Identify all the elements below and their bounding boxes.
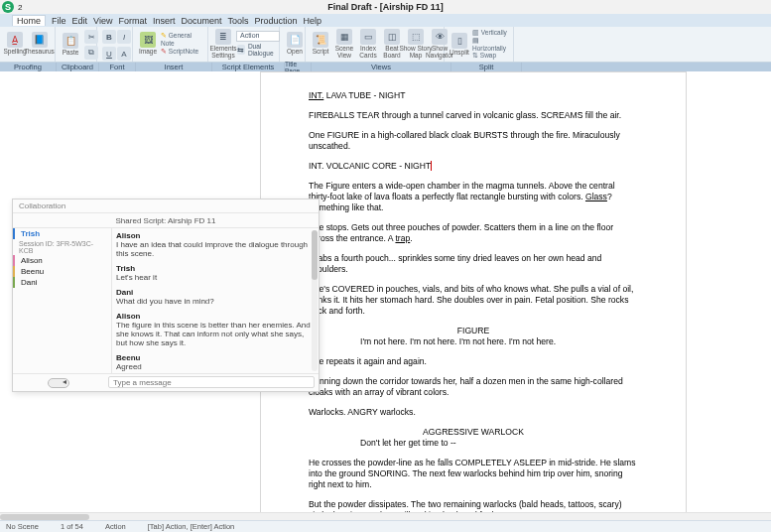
chat-message: BeenuAgreed xyxy=(116,353,311,371)
status-scene: No Scene xyxy=(6,522,39,531)
action-text[interactable]: She repeats it again and again. xyxy=(309,356,638,367)
collaboration-panel: Collaboration Shared Script: Airship FD … xyxy=(12,199,320,392)
action-text[interactable]: She stops. Gets out three pouches of pow… xyxy=(309,222,638,244)
menu-edit[interactable]: Edit xyxy=(72,16,88,26)
section-title-page: Title Page xyxy=(285,63,312,71)
titlepage-open-button[interactable]: 📄Open xyxy=(284,29,306,59)
character-name[interactable]: FIGURE xyxy=(309,326,638,336)
section-script-elements: Script Elements xyxy=(212,63,285,71)
menu-bar: Home File Edit View Format Insert Docume… xyxy=(0,14,771,27)
chat-message: AlisonI have an idea that could improve … xyxy=(116,231,311,258)
cut-button[interactable]: ✂ xyxy=(84,30,98,44)
titlebar: S 2 Final Draft - [Airship FD 11] xyxy=(0,0,771,14)
chat-message: AlisonThe figure in this scene is better… xyxy=(116,312,311,347)
italic-button[interactable]: I xyxy=(117,30,131,44)
story-map-button[interactable]: ⬚Show Story Map xyxy=(405,29,427,59)
script-view-button[interactable]: 📜Script xyxy=(310,29,331,59)
section-views: Views xyxy=(312,63,451,71)
status-pages: 1 of 54 xyxy=(61,522,83,531)
chat-toggle[interactable] xyxy=(13,374,104,391)
menu-document[interactable]: Document xyxy=(181,16,221,26)
chat-scrollbar[interactable] xyxy=(312,230,318,371)
character-name[interactable]: AGGRESSIVE WARLOCK xyxy=(309,427,638,438)
general-note-button[interactable]: ✎ General Note xyxy=(161,32,203,47)
menu-view[interactable]: View xyxy=(93,16,112,26)
spelling-button[interactable]: A̲Spelling xyxy=(4,29,26,59)
split-vertically-button[interactable]: ▥ Vertically xyxy=(472,29,509,37)
menu-production[interactable]: Production xyxy=(254,16,297,26)
menu-tools[interactable]: Tools xyxy=(227,16,248,26)
section-insert: Insert xyxy=(136,63,212,71)
dialogue[interactable]: I'm not here. I'm not here. I'm not here… xyxy=(360,336,586,347)
action-text[interactable]: Running down the corridor towards her, h… xyxy=(309,376,638,398)
bold-button[interactable]: B xyxy=(102,30,116,44)
collaboration-header: Collaboration xyxy=(13,200,319,213)
underline-button[interactable]: U xyxy=(102,47,116,61)
action-text[interactable]: She's COVERED in pouches, vials, and bit… xyxy=(309,284,638,317)
dialogue[interactable]: Don't let her get time to -- xyxy=(360,438,586,449)
scene-heading[interactable]: INT. VOLCANIC CORE - NIGHT xyxy=(309,161,638,172)
action-text[interactable]: Grabs a fourth pouch... sprinkles some t… xyxy=(309,253,638,275)
menu-insert[interactable]: Insert xyxy=(153,16,176,26)
action-text[interactable]: He crosses the powder-line as he falls C… xyxy=(309,458,638,490)
scene-view-button[interactable]: ▦Scene View xyxy=(333,29,355,59)
section-proofing: Proofing xyxy=(0,63,57,71)
element-dropdown[interactable]: Action xyxy=(236,31,280,42)
document-title: Final Draft - [Airship FD 11] xyxy=(327,2,444,12)
script-page[interactable]: INT. LAVA TUBE - NIGHT FIREBALLS TEAR th… xyxy=(260,71,687,518)
dual-dialogue-button[interactable]: ⇆Dual Dialogue xyxy=(236,43,280,57)
ribbon: A̲Spelling 📘Thesaurus 📋Paste ✂ ⧉ B I U A… xyxy=(0,27,771,63)
action-text[interactable]: Warlocks. ANGRY warlocks. xyxy=(309,407,638,418)
scriptnote-button[interactable]: ✎ ScriptNote xyxy=(161,48,203,56)
scene-heading[interactable]: INT. LAVA TUBE - NIGHT xyxy=(309,90,638,101)
menu-format[interactable]: Format xyxy=(118,16,147,26)
chat-message: TrishLet's hear it xyxy=(116,264,311,282)
swap-button[interactable]: ⇅ Swap xyxy=(472,52,509,60)
status-hint: [Tab] Action, [Enter] Action xyxy=(148,522,235,531)
section-split: Split xyxy=(451,63,522,71)
horizontal-scrollbar[interactable] xyxy=(0,512,771,520)
elements-settings-button[interactable]: ≣Elements Settings xyxy=(212,29,234,59)
thesaurus-button[interactable]: 📘Thesaurus xyxy=(28,29,51,59)
index-cards-button[interactable]: ▭Index Cards xyxy=(357,29,379,59)
chat-input[interactable] xyxy=(108,376,315,388)
user-beenu[interactable]: Beenu xyxy=(13,266,111,277)
copy-button[interactable]: ⧉ xyxy=(84,46,98,60)
paste-button[interactable]: 📋Paste xyxy=(60,30,81,60)
chat-messages[interactable]: AlisonI have an idea that could improve … xyxy=(112,228,319,373)
chat-message: DaniWhat did you have in mind? xyxy=(116,288,311,306)
action-text[interactable]: One FIGURE in a high-collared black cloa… xyxy=(309,130,638,152)
titlebar-number: 2 xyxy=(18,3,22,12)
status-bar: No Scene 1 of 54 Action [Tab] Action, [E… xyxy=(0,520,771,532)
unsplit-button[interactable]: ▯Unsplit xyxy=(449,30,470,60)
user-dani[interactable]: Dani xyxy=(13,277,111,288)
action-text[interactable]: The Figure enters a wide-open chamber in… xyxy=(309,181,638,213)
menu-file[interactable]: File xyxy=(52,16,66,26)
split-horizontally-button[interactable]: ▤ Horizontally xyxy=(472,37,509,52)
app-icon: S xyxy=(2,1,14,13)
status-element: Action xyxy=(105,522,126,531)
font-color-button[interactable]: A xyxy=(117,47,131,61)
user-list: Trish Session ID: 3FR-5W3C-KCB Alison Be… xyxy=(13,228,112,373)
section-font: Font xyxy=(99,63,136,71)
menu-home[interactable]: Home xyxy=(12,15,46,26)
image-button[interactable]: 🖼Image xyxy=(137,29,159,59)
shared-script-label: Shared Script: Airship FD 11 xyxy=(13,213,319,228)
user-alison[interactable]: Alison xyxy=(13,255,111,266)
menu-help[interactable]: Help xyxy=(304,16,322,26)
action-text[interactable]: FIREBALLS TEAR through a tunnel carved i… xyxy=(309,110,638,121)
section-clipboard: Clipboard xyxy=(57,63,99,71)
session-id: Session ID: 3FR-5W3C-KCB xyxy=(13,239,111,255)
user-trish[interactable]: Trish xyxy=(13,228,111,239)
